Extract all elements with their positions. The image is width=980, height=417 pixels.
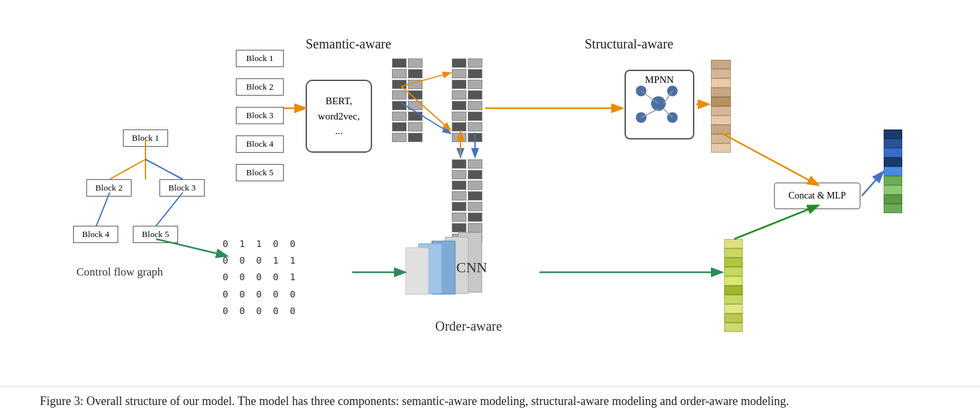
semantic-output-bar — [711, 60, 731, 153]
svg-line-0 — [641, 91, 658, 104]
cnn-visual: CNN — [405, 229, 538, 309]
matrix-row5: 0 0 0 0 0 — [223, 303, 296, 319]
concat-mlp-box: Concat & MLP — [774, 183, 860, 209]
matrix-row1: 0 1 1 0 0 — [223, 236, 296, 252]
svg-line-24 — [734, 206, 817, 239]
bert-box: BERT, word2vec, ... — [306, 80, 372, 153]
caption-text: Figure 3: Overall structure of our model… — [40, 394, 789, 408]
diagram-area: Semantic-aware Structural-aware Order-aw… — [0, 0, 980, 339]
list-block2: Block 2 — [236, 78, 284, 96]
semantic-label: Semantic-aware — [306, 37, 391, 52]
bert-text-line3: ... — [335, 124, 342, 139]
structural-label: Structural-aware — [585, 37, 673, 52]
svg-line-11 — [146, 159, 183, 179]
emb-col-input — [392, 58, 407, 142]
cfg-tree-block1: Block 1 — [123, 129, 168, 147]
cnn-svg: CNN — [405, 229, 538, 315]
svg-line-20 — [721, 133, 817, 185]
svg-line-1 — [664, 91, 672, 104]
bert-text-line2: word2vec, — [318, 109, 360, 124]
list-block3: Block 3 — [236, 107, 284, 124]
cfg-label: Control flow graph — [76, 266, 163, 279]
cnn-text: CNN — [456, 259, 488, 276]
svg-line-3 — [664, 109, 672, 118]
final-output-bar — [884, 129, 902, 213]
matrix-row4: 0 0 0 0 0 — [223, 286, 296, 303]
figure-caption: Figure 3: Overall structure of our model… — [0, 386, 980, 417]
svg-line-13 — [156, 193, 183, 226]
cfg-tree-block4: Block 4 — [73, 226, 118, 243]
cnn-output-bar — [724, 239, 743, 332]
svg-line-2 — [641, 109, 658, 118]
svg-line-12 — [96, 193, 110, 226]
adjacency-matrix: 0 1 1 0 0 0 0 0 1 1 0 0 0 0 1 0 0 0 0 0 … — [223, 236, 296, 319]
cfg-tree-block2: Block 2 — [86, 179, 132, 197]
concat-mlp-label: Concat & MLP — [789, 191, 846, 201]
emb-col-input2 — [408, 58, 423, 142]
bert-text-line1: BERT, — [326, 94, 352, 109]
emb-out2 — [468, 58, 482, 142]
cfg-tree-block5: Block 5 — [133, 226, 178, 243]
svg-line-10 — [110, 159, 146, 179]
svg-rect-8 — [405, 248, 429, 294]
order-label: Order-aware — [435, 319, 502, 334]
list-block4: Block 4 — [236, 135, 284, 153]
cfg-tree-block3: Block 3 — [159, 179, 205, 197]
emb-out1 — [452, 58, 466, 142]
matrix-row3: 0 0 0 0 1 — [223, 269, 296, 286]
list-block5: Block 5 — [236, 164, 284, 181]
mpnn-connections — [626, 71, 693, 138]
mpnn-box: MPNN — [625, 70, 694, 139]
svg-line-25 — [862, 173, 882, 196]
list-block1: Block 1 — [236, 50, 284, 67]
matrix-row2: 0 0 0 1 1 — [223, 252, 296, 269]
